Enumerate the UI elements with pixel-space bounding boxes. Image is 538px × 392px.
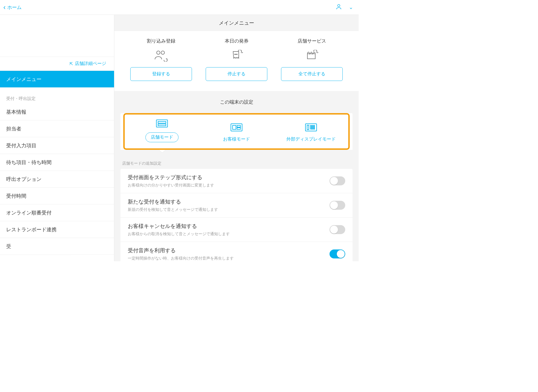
svg-rect-12 — [237, 128, 240, 129]
nav-label: 担当者 — [6, 125, 21, 132]
mode-selector-highlight: 店舗モード お客様モード — [123, 113, 350, 150]
nav-label: 受付入力項目 — [6, 142, 36, 149]
action-interrupt: 割り込み登録 登録する — [128, 38, 195, 81]
nav-label: 受 — [6, 243, 11, 250]
receipt-sync-icon — [230, 49, 243, 62]
chevron-left-icon: ‹ — [3, 4, 6, 11]
svg-point-3 — [235, 54, 235, 55]
store-mode-icon — [156, 118, 168, 129]
nav-reception-time[interactable]: 受付時間 — [0, 188, 114, 204]
action-title: 店舗サービス — [298, 38, 326, 44]
svg-point-4 — [236, 54, 236, 55]
svg-point-1 — [157, 51, 160, 54]
modes-card: 店舗モード お客様モード — [120, 113, 353, 150]
store-detail-link[interactable]: ⇱ 店舗詳細ページ — [0, 57, 114, 71]
toggle-notify-new[interactable] — [330, 201, 345, 210]
svg-rect-11 — [237, 125, 240, 127]
nav-main-menu[interactable]: メインメニュー — [0, 71, 114, 88]
back-button[interactable]: ‹ ホーム — [3, 4, 22, 11]
customer-mode-icon — [230, 122, 243, 132]
setting-voice: 受付音声を利用する 一定時間操作がない時、お客様向けの受付音声を再生します — [120, 242, 353, 261]
user-icon[interactable] — [335, 3, 342, 11]
svg-point-2 — [161, 51, 164, 54]
setting-title: 新たな受付を通知する — [128, 198, 218, 206]
sidebar: ⇱ 店舗詳細ページ メインメニュー 受付・呼出設定 基本情報 担当者 受付入力項… — [0, 15, 114, 261]
store-sync-icon — [305, 49, 319, 62]
people-sync-icon — [154, 49, 168, 62]
mode-notch-icon — [159, 150, 166, 153]
svg-point-0 — [338, 4, 340, 7]
setting-title: 受付音声を利用する — [128, 247, 234, 254]
setting-title: 受付画面をステップ形式にする — [128, 174, 214, 181]
nav-section-label: 受付・呼出設定 — [0, 88, 114, 104]
svg-rect-8 — [158, 124, 166, 126]
mode-store[interactable]: 店舗モード — [125, 118, 199, 142]
register-button[interactable]: 登録する — [130, 67, 192, 81]
svg-rect-7 — [158, 122, 166, 123]
back-label: ホーム — [7, 4, 22, 11]
store-mode-settings-group: 店舗モードの追加設定 受付画面をステップ形式にする お客様向けの分かりやすい受付… — [120, 155, 353, 261]
settings-group-title: 店舗モードの追加設定 — [120, 155, 353, 169]
setting-desc: お客様からの取消を検知して音とメッセージで通知します — [128, 232, 230, 237]
action-service: 店舗サービス 全て停止する — [278, 38, 345, 81]
setting-desc: 一定時間操作がない時、お客様向けの受付音声を再生します — [128, 256, 234, 261]
settings-card: 受付画面をステップ形式にする お客様向けの分かりやすい受付画面に変更します 新た… — [120, 169, 353, 261]
nav-label: レストランボード連携 — [6, 226, 57, 233]
mode-label: お客様モード — [223, 136, 250, 142]
nav-input-items[interactable]: 受付入力項目 — [0, 137, 114, 154]
svg-rect-10 — [233, 125, 236, 129]
nav-staff[interactable]: 担当者 — [0, 120, 114, 137]
device-settings-title: この端末の設定 — [114, 91, 359, 110]
toggle-voice[interactable] — [330, 249, 345, 258]
nav-label: オンライン順番受付 — [6, 209, 52, 216]
nav-main-menu-label: メインメニュー — [6, 76, 41, 83]
action-ticket: 本日の発券 停止する — [203, 38, 270, 81]
nav-wait[interactable]: 待ち項目・待ち時間 — [0, 154, 114, 171]
store-detail-label: 店舗詳細ページ — [75, 61, 106, 67]
nav-restaurant-board[interactable]: レストランボード連携 — [0, 221, 114, 238]
svg-rect-14 — [307, 125, 309, 130]
nav-label: 呼出オプション — [6, 176, 41, 183]
setting-notify-new: 新たな受付を通知する 新規の受付を検知して音とメッセージで通知します — [120, 193, 353, 218]
external-link-icon: ⇱ — [69, 61, 73, 66]
stop-button[interactable]: 停止する — [206, 67, 267, 81]
nav-label: 受付時間 — [6, 193, 26, 199]
mode-label: 外部ディスプレイモード — [286, 136, 336, 142]
setting-title: お客様キャンセルを通知する — [128, 223, 230, 230]
svg-point-5 — [237, 54, 237, 55]
nav-online-queue[interactable]: オンライン順番受付 — [0, 204, 114, 221]
store-info-block — [0, 15, 114, 57]
chevron-down-icon[interactable]: ⌄ — [349, 4, 353, 10]
actions-card: 割り込み登録 登録する 本日の発券 — [114, 31, 359, 91]
main-title: メインメニュー — [114, 15, 359, 31]
mode-external-display[interactable]: 外部ディスプレイモード — [274, 122, 348, 142]
mode-label: 店舗モード — [145, 132, 178, 142]
top-header: ‹ ホーム ⌄ — [0, 0, 359, 15]
toggle-step-form[interactable] — [330, 176, 345, 185]
mode-customer[interactable]: お客様モード — [199, 122, 274, 142]
nav-label: 基本情報 — [6, 109, 26, 115]
nav-call-option[interactable]: 呼出オプション — [0, 171, 114, 188]
action-title: 本日の発券 — [225, 38, 249, 44]
nav-label: 待ち項目・待ち時間 — [6, 159, 52, 166]
nav-basic-info[interactable]: 基本情報 — [0, 104, 114, 120]
external-display-mode-icon — [305, 122, 317, 132]
setting-notify-cancel: お客様キャンセルを通知する お客様からの取消を検知して音とメッセージで通知します — [120, 218, 353, 242]
setting-desc: お客様向けの分かりやすい受付画面に変更します — [128, 183, 214, 188]
stop-all-button[interactable]: 全て停止する — [281, 67, 343, 81]
nav-partial-item[interactable]: 受 — [0, 238, 114, 255]
setting-desc: 新規の受付を検知して音とメッセージで通知します — [128, 207, 218, 212]
toggle-notify-cancel[interactable] — [330, 225, 345, 234]
setting-step-form: 受付画面をステップ形式にする お客様向けの分かりやすい受付画面に変更します — [120, 169, 353, 193]
action-title: 割り込み登録 — [147, 38, 175, 44]
main-panel: メインメニュー 割り込み登録 登録する 本日の発券 — [114, 15, 359, 261]
